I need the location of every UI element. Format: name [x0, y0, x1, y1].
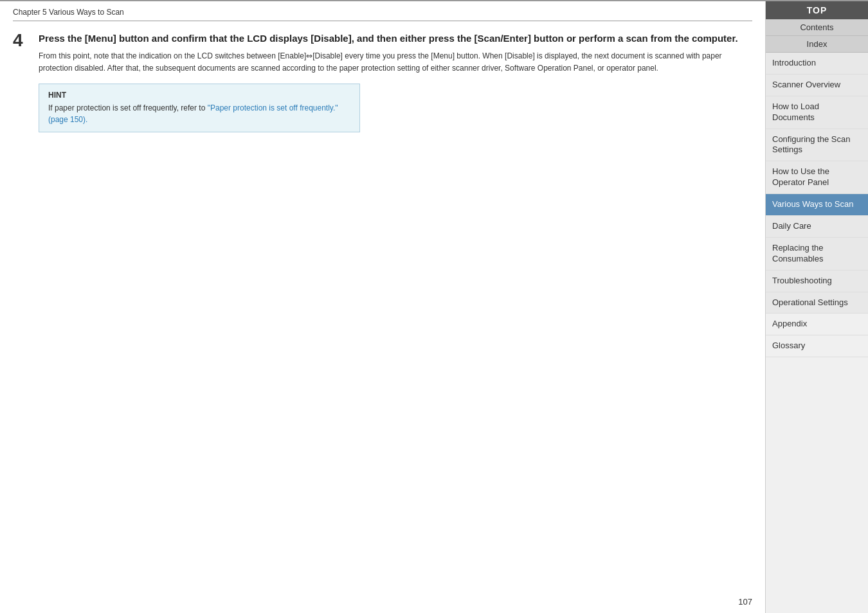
main-content: Chapter 5 Various Ways to Scan 4 Press t…: [0, 1, 765, 613]
chapter-header: Chapter 5 Various Ways to Scan: [13, 8, 752, 21]
page-layout: Chapter 5 Various Ways to Scan 4 Press t…: [0, 1, 868, 613]
sidebar: TOP Contents Index Introduction Scanner …: [765, 1, 868, 613]
hint-text-prefix: If paper protection is set off frequentl…: [48, 103, 208, 112]
sidebar-item-appendix[interactable]: Appendix: [766, 314, 868, 335]
step-title: Press the [Menu] button and confirm that…: [39, 31, 752, 45]
sidebar-top-label[interactable]: TOP: [766, 1, 868, 19]
sidebar-item-glossary[interactable]: Glossary: [766, 335, 868, 357]
hint-box: HINT If paper protection is set off freq…: [39, 84, 360, 132]
sidebar-item-introduction[interactable]: Introduction: [766, 53, 868, 75]
sidebar-item-operator-panel[interactable]: How to Use the Operator Panel: [766, 161, 868, 194]
sidebar-item-troubleshooting[interactable]: Troubleshooting: [766, 271, 868, 292]
sidebar-item-operational-settings[interactable]: Operational Settings: [766, 292, 868, 314]
step-number: 4: [13, 31, 31, 132]
step-content: Press the [Menu] button and confirm that…: [39, 31, 752, 132]
sidebar-item-daily-care[interactable]: Daily Care: [766, 216, 868, 238]
sidebar-item-replacing-consumables[interactable]: Replacing the Consumables: [766, 238, 868, 271]
sidebar-contents-btn[interactable]: Contents: [766, 19, 868, 36]
step-container: 4 Press the [Menu] button and confirm th…: [13, 31, 752, 132]
sidebar-item-scanner-overview[interactable]: Scanner Overview: [766, 75, 868, 96]
sidebar-item-various-ways[interactable]: Various Ways to Scan: [766, 194, 868, 216]
sidebar-item-how-to-load[interactable]: How to Load Documents: [766, 96, 868, 129]
hint-label: HINT: [48, 91, 350, 100]
hint-text: If paper protection is set off frequentl…: [48, 102, 350, 125]
page-number: 107: [738, 597, 752, 607]
sidebar-item-configuring-scan[interactable]: Configuring the Scan Settings: [766, 129, 868, 162]
sidebar-index-btn[interactable]: Index: [766, 36, 868, 53]
step-description: From this point, note that the indicatio…: [39, 50, 752, 75]
